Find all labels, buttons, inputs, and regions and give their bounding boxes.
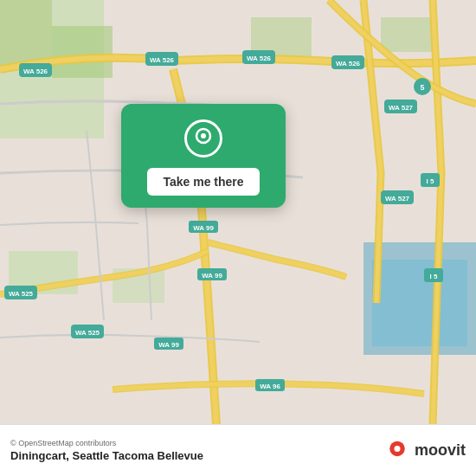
svg-text:I 5: I 5: [427, 177, 434, 185]
map-svg: WA 526 WA 526 WA 526 WA 526 WA 99 WA 99 …: [0, 0, 476, 424]
svg-text:I 5: I 5: [430, 273, 438, 280]
svg-point-43: [394, 445, 400, 451]
svg-text:WA 525: WA 525: [9, 290, 34, 298]
svg-rect-7: [52, 26, 113, 78]
svg-text:5: 5: [420, 83, 424, 92]
moovit-text: moovit: [415, 441, 466, 460]
svg-point-41: [201, 133, 206, 138]
svg-text:WA 526: WA 526: [247, 55, 272, 62]
svg-text:WA 525: WA 525: [75, 329, 100, 337]
svg-text:WA 527: WA 527: [389, 104, 414, 112]
location-label: Diningcart, Seattle Tacoma Bellevue: [10, 449, 203, 462]
svg-text:WA 526: WA 526: [150, 56, 175, 64]
location-pin-icon: [184, 119, 222, 158]
map-attribution: © OpenStreetMap contributors: [10, 439, 203, 447]
bottom-left: © OpenStreetMap contributors Diningcart,…: [10, 439, 203, 462]
moovit-logo: moovit: [385, 439, 466, 463]
svg-rect-9: [381, 17, 433, 52]
svg-text:WA 99: WA 99: [158, 341, 179, 349]
bottom-bar: © OpenStreetMap contributors Diningcart,…: [0, 424, 476, 476]
svg-text:WA 526: WA 526: [23, 68, 48, 75]
svg-text:WA 99: WA 99: [202, 272, 222, 280]
map-container: WA 526 WA 526 WA 526 WA 526 WA 99 WA 99 …: [0, 0, 476, 424]
svg-text:WA 526: WA 526: [336, 60, 361, 68]
svg-text:WA 527: WA 527: [385, 195, 410, 203]
svg-text:WA 99: WA 99: [193, 224, 214, 232]
take-me-there-button[interactable]: Take me there: [147, 168, 259, 196]
map-popup: Take me there: [121, 104, 286, 208]
moovit-icon: [385, 439, 409, 463]
svg-text:WA 96: WA 96: [260, 383, 280, 390]
svg-rect-4: [372, 260, 467, 346]
